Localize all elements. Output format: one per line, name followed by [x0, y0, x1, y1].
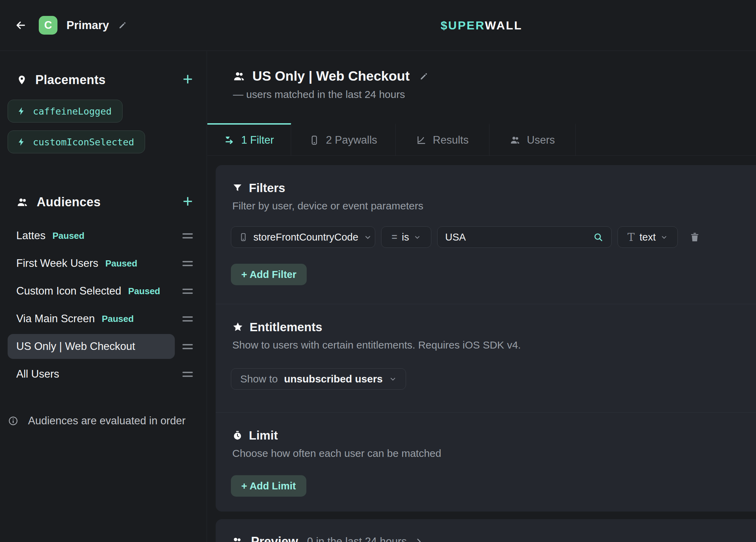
- add-placement-button[interactable]: +: [183, 70, 193, 90]
- chevron-down-icon: [389, 375, 397, 383]
- tab-2-paywalls[interactable]: 2 Paywalls: [291, 123, 396, 155]
- users-icon: [17, 196, 28, 208]
- tab-results[interactable]: Results: [396, 123, 489, 155]
- audience-list-item[interactable]: LattesPaused: [8, 223, 193, 248]
- filter-type-value: text: [639, 232, 656, 243]
- audience-label: All Users: [16, 368, 59, 380]
- filter-type-dropdown[interactable]: T text: [618, 226, 678, 248]
- main-panel: US Only | Web Checkout — users matched i…: [207, 51, 756, 542]
- drag-handle-icon[interactable]: [182, 259, 193, 269]
- tab-label: 2 Paywalls: [326, 134, 377, 146]
- placement-pill[interactable]: caffeineLogged: [8, 100, 123, 123]
- audience-subtitle: — users matched in the last 24 hours: [233, 89, 756, 100]
- audience-label: First Week Users: [16, 257, 98, 270]
- audience-title: US Only | Web Checkout: [252, 69, 410, 84]
- users-icon: [510, 135, 521, 145]
- filters-title: Filters: [249, 181, 285, 195]
- placements-list: caffeineLoggedcustomIconSelected: [0, 91, 207, 153]
- filter-parameter-value: storeFrontCountryCode: [253, 232, 358, 243]
- audience-item-body[interactable]: Custom Icon SelectedPaused: [8, 279, 175, 304]
- audiences-footnote: Audiences are evaluated in order: [8, 415, 186, 427]
- entitlements-subtitle: Show to users with certain entitlements.…: [231, 339, 751, 351]
- edit-audience-name-icon[interactable]: [419, 72, 429, 81]
- tab-label: Results: [433, 134, 468, 146]
- audiences-title: Audiences: [37, 195, 101, 209]
- filters-subtitle: Filter by user, device or event paramete…: [231, 200, 751, 212]
- search-icon: [593, 232, 604, 243]
- drag-handle-icon[interactable]: [182, 369, 193, 379]
- placement-pill[interactable]: customIconSelected: [8, 130, 145, 153]
- audiences-list: LattesPausedFirst Week UsersPausedCustom…: [0, 223, 207, 387]
- audience-item-body[interactable]: All Users: [8, 362, 175, 387]
- drag-handle-icon[interactable]: [182, 231, 193, 241]
- audience-config-card: Filters Filter by user, device or event …: [216, 165, 756, 512]
- filter-operator-dropdown[interactable]: = is: [381, 226, 431, 248]
- preview-header-row[interactable]: Preview 0 in the last 24 hours: [231, 534, 751, 542]
- logo-white-part: WALL: [485, 19, 522, 32]
- stopwatch-icon: [232, 430, 243, 441]
- preview-title: Preview: [251, 534, 298, 542]
- tab-1-filter[interactable]: 1 Filter: [207, 123, 291, 155]
- add-limit-button[interactable]: + Add Limit: [231, 475, 306, 497]
- preview-count: 0 in the last 24 hours: [307, 535, 407, 542]
- tab-users[interactable]: Users: [489, 123, 576, 155]
- superwall-logo: $UPERWALL: [207, 19, 756, 32]
- tab-bar: 1 Filter2 PaywallsResultsUsers: [207, 123, 756, 156]
- tab-label: Users: [527, 134, 555, 146]
- audience-label: Lattes: [16, 229, 45, 242]
- audience-label: Via Main Screen: [16, 313, 95, 325]
- drag-handle-icon[interactable]: [182, 342, 193, 352]
- add-filter-button[interactable]: + Add Filter: [231, 264, 307, 285]
- text-type-icon: T: [628, 231, 635, 243]
- show-to-dropdown[interactable]: Show to unsubscribed users: [231, 368, 406, 390]
- filter-row: storeFrontCountryCode = is USA: [231, 226, 751, 248]
- users-icon: [231, 535, 243, 542]
- audiences-section-header: Audiences +: [0, 191, 207, 213]
- paused-badge: Paused: [105, 258, 137, 269]
- info-icon: [8, 416, 18, 426]
- filter-parameter-dropdown[interactable]: storeFrontCountryCode: [231, 226, 375, 248]
- bolt-icon: [17, 137, 26, 146]
- logo-teal-part: $UPER: [441, 19, 485, 32]
- paused-badge: Paused: [128, 286, 160, 297]
- back-button[interactable]: [15, 19, 30, 31]
- filters-section: Filters Filter by user, device or event …: [216, 165, 756, 304]
- filter-value-text: USA: [445, 232, 587, 243]
- add-audience-button[interactable]: +: [183, 192, 193, 212]
- placements-section-header: Placements +: [0, 69, 207, 91]
- audience-list-item[interactable]: All Users: [8, 362, 193, 387]
- chevron-down-icon: [660, 234, 668, 241]
- phone-icon: [309, 135, 320, 145]
- show-to-value: unsubscribed users: [284, 373, 382, 385]
- limit-title: Limit: [249, 428, 278, 442]
- placement-label: caffeineLogged: [33, 106, 112, 117]
- limit-subtitle: Choose how often each user can be matche…: [231, 448, 751, 459]
- audience-item-body[interactable]: Via Main ScreenPaused: [8, 306, 175, 331]
- avatar[interactable]: C: [39, 16, 57, 35]
- audience-list-item[interactable]: First Week UsersPaused: [8, 251, 193, 276]
- funnel-arrow-icon: [224, 135, 235, 145]
- star-icon: [232, 322, 243, 333]
- audience-list-item[interactable]: Via Main ScreenPaused: [8, 306, 193, 331]
- audience-item-body[interactable]: US Only | Web Checkout: [8, 334, 175, 359]
- chevron-down-icon: [414, 234, 421, 241]
- paused-badge: Paused: [102, 314, 134, 324]
- delete-filter-button[interactable]: [689, 232, 700, 243]
- users-icon: [233, 70, 245, 82]
- audience-item-body[interactable]: First Week UsersPaused: [8, 251, 175, 276]
- audience-list-item[interactable]: Custom Icon SelectedPaused: [8, 279, 193, 304]
- chevron-right-icon: [414, 537, 423, 542]
- drag-handle-icon[interactable]: [182, 286, 193, 296]
- top-header: C Primary $UPERWALL: [0, 0, 756, 51]
- drag-handle-icon[interactable]: [182, 314, 193, 324]
- audience-item-body[interactable]: LattesPaused: [8, 223, 175, 248]
- edit-app-name-icon[interactable]: [118, 21, 127, 30]
- paused-badge: Paused: [52, 231, 84, 241]
- map-pin-icon: [17, 75, 27, 85]
- limit-section: Limit Choose how often each user can be …: [216, 412, 756, 511]
- entitlements-section: Entitlements Show to users with certain …: [216, 304, 756, 412]
- app-name: Primary: [66, 19, 109, 32]
- phone-icon: [239, 233, 248, 242]
- audience-list-item[interactable]: US Only | Web Checkout: [8, 334, 193, 359]
- filter-value-input[interactable]: USA: [437, 226, 612, 248]
